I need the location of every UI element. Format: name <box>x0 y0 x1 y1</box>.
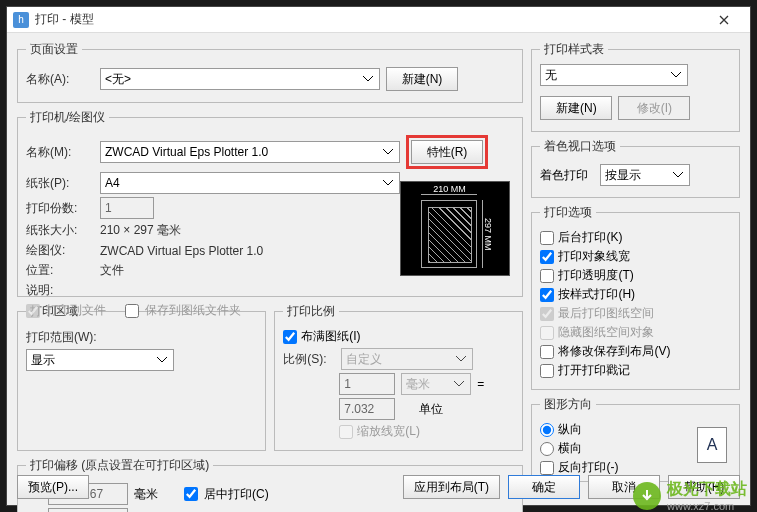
page-setup-group: 页面设置 名称(A): <无> 新建(N) <box>17 41 523 103</box>
preview-button[interactable]: 预览(P)... <box>17 475 89 499</box>
opt-transparency-checkbox[interactable] <box>540 269 554 283</box>
unit-label: 单位 <box>419 401 443 418</box>
scale-denominator <box>339 398 395 420</box>
style-edit-button: 修改(I) <box>618 96 690 120</box>
opt-objectlw-checkbox[interactable] <box>540 250 554 264</box>
footer: 预览(P)... 应用到布局(T) 确定 取消 帮助(H) <box>17 475 740 499</box>
titlebar: h 打印 - 模型 <box>7 7 750 33</box>
opt-transparency-label: 打印透明度(T) <box>558 267 633 284</box>
copies-input[interactable] <box>100 197 154 219</box>
copies-label: 打印份数: <box>26 200 94 217</box>
scale-lw-checkbox <box>339 425 353 439</box>
shaded-viewport-group: 着色视口选项 着色打印 按显示 <box>531 138 740 198</box>
preview-printable-area <box>428 207 472 263</box>
style-table-select[interactable]: 无 <box>540 64 688 86</box>
orientation-legend: 图形方向 <box>540 396 596 413</box>
opt-hidepaper-label: 隐藏图纸空间对象 <box>558 324 654 341</box>
printer-name-label: 名称(M): <box>26 144 94 161</box>
opt-background-label: 后台打印(K) <box>558 229 622 246</box>
page-setup-legend: 页面设置 <box>26 41 82 58</box>
scale-lw-label: 缩放线宽(L) <box>357 423 420 440</box>
opt-stamp-label: 打开打印戳记 <box>558 362 630 379</box>
print-range-select[interactable]: 显示 <box>26 349 174 371</box>
offset-legend: 打印偏移 (原点设置在可打印区域) <box>26 457 213 474</box>
paper-select[interactable]: A4 <box>100 172 400 194</box>
printer-name-select[interactable]: ZWCAD Virtual Eps Plotter 1.0 <box>100 141 400 163</box>
preview-paper-outline <box>421 200 477 268</box>
ok-button[interactable]: 确定 <box>508 475 580 499</box>
opt-savelayout-checkbox[interactable] <box>540 345 554 359</box>
style-table-group: 打印样式表 无 新建(N) 修改(I) <box>531 41 740 132</box>
orient-landscape-radio[interactable] <box>540 442 554 456</box>
options-legend: 打印选项 <box>540 204 596 221</box>
style-new-button[interactable]: 新建(N) <box>540 96 612 120</box>
watermark-brand: 极光下载站 <box>667 480 747 497</box>
location-value: 文件 <box>100 262 124 279</box>
apply-layout-button[interactable]: 应用到布局(T) <box>403 475 500 499</box>
shaded-label: 着色打印 <box>540 167 594 184</box>
fit-to-paper-label: 布满图纸(I) <box>301 328 360 345</box>
opt-bystyle-label: 按样式打印(H) <box>558 286 635 303</box>
opt-hidepaper-checkbox <box>540 326 554 340</box>
shaded-legend: 着色视口选项 <box>540 138 620 155</box>
fit-to-paper-checkbox[interactable] <box>283 330 297 344</box>
plotter-value: ZWCAD Virtual Eps Plotter 1.0 <box>100 244 263 258</box>
location-label: 位置: <box>26 262 94 279</box>
print-to-file-label: 打印到文件 <box>46 302 106 319</box>
scale-select: 自定义 <box>341 348 473 370</box>
window-title: 打印 - 模型 <box>35 11 704 28</box>
page-name-select[interactable]: <无> <box>100 68 380 90</box>
opt-objectlw-label: 打印对象线宽 <box>558 248 630 265</box>
paper-label: 纸张(P): <box>26 175 94 192</box>
page-name-label: 名称(A): <box>26 71 94 88</box>
app-icon: h <box>13 12 29 28</box>
print-area-group: 打印区域 打印范围(W): 显示 <box>17 303 266 451</box>
save-to-folder-checkbox[interactable] <box>125 304 139 318</box>
save-to-folder-label: 保存到图纸文件夹 <box>145 302 241 319</box>
paper-size-label: 纸张大小: <box>26 222 94 239</box>
printer-group: 打印机/绘图仪 名称(M): ZWCAD Virtual Eps Plotter… <box>17 109 523 297</box>
paper-preview: 210 MM 297 MM <box>400 181 510 276</box>
orient-portrait-radio[interactable] <box>540 423 554 437</box>
orient-landscape-label: 横向 <box>558 440 582 457</box>
scale-group: 打印比例 布满图纸(I) 比例(S): 自定义 毫米 <box>274 303 523 451</box>
print-options-group: 打印选项 后台打印(K) 打印对象线宽 打印透明度(T) 按样式打印(H) 最后… <box>531 204 740 390</box>
desc-label: 说明: <box>26 282 94 299</box>
preview-width-label: 210 MM <box>421 184 477 195</box>
ratio-label: 比例(S): <box>283 351 335 368</box>
orientation-preview-icon: A <box>697 427 727 463</box>
watermark-url: www.xz7.com <box>667 500 747 512</box>
orient-reverse-label: 反向打印(-) <box>558 459 618 476</box>
orientation-group: 图形方向 纵向 横向 反向打印(-) A <box>531 396 740 482</box>
opt-savelayout-label: 将修改保存到布局(V) <box>558 343 670 360</box>
style-table-legend: 打印样式表 <box>540 41 608 58</box>
print-to-file-checkbox <box>26 304 40 318</box>
page-new-button[interactable]: 新建(N) <box>386 67 458 91</box>
orient-portrait-label: 纵向 <box>558 421 582 438</box>
preview-height-label: 297 MM <box>482 200 493 268</box>
equals-label: = <box>477 377 484 391</box>
opt-lastpaper-label: 最后打印图纸空间 <box>558 305 654 322</box>
print-dialog: h 打印 - 模型 页面设置 名称(A): <无> 新建(N) 打印机/绘图仪 <box>6 6 751 506</box>
printer-legend: 打印机/绘图仪 <box>26 109 109 126</box>
shaded-select[interactable]: 按显示 <box>600 164 690 186</box>
paper-size-value: 210 × 297 毫米 <box>100 222 181 239</box>
close-button[interactable] <box>704 7 744 33</box>
watermark: 极光下载站 www.xz7.com <box>633 479 747 512</box>
plotter-label: 绘图仪: <box>26 242 94 259</box>
scale-unit-select: 毫米 <box>401 373 471 395</box>
opt-bystyle-checkbox[interactable] <box>540 288 554 302</box>
properties-highlight: 特性(R) <box>406 135 488 169</box>
opt-stamp-checkbox[interactable] <box>540 364 554 378</box>
opt-lastpaper-checkbox <box>540 307 554 321</box>
watermark-logo-icon <box>633 482 661 510</box>
scale-numerator <box>339 373 395 395</box>
printer-properties-button[interactable]: 特性(R) <box>411 140 483 164</box>
orient-reverse-checkbox[interactable] <box>540 461 554 475</box>
opt-background-checkbox[interactable] <box>540 231 554 245</box>
offset-y-input <box>48 508 128 512</box>
print-range-label: 打印范围(W): <box>26 329 106 346</box>
